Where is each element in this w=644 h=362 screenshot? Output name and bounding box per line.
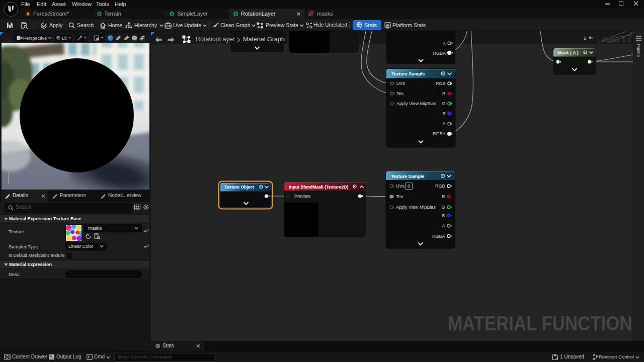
svg-text:B: B xyxy=(442,213,445,218)
svg-text:R: R xyxy=(442,194,445,199)
svg-text:Texture Object: Texture Object xyxy=(224,185,254,190)
svg-text:Input BlendMask (Texture2D): Input BlendMask (Texture2D) xyxy=(289,185,348,190)
svg-text:UVs: UVs xyxy=(396,184,405,189)
svg-text:Texture Sample: Texture Sample xyxy=(391,174,424,179)
svg-text:Texture Sample: Texture Sample xyxy=(391,71,425,76)
svg-text:RGBA: RGBA xyxy=(433,51,446,56)
svg-text:Apply View MipBias: Apply View MipBias xyxy=(396,205,436,210)
svg-text:UVs: UVs xyxy=(396,81,406,86)
svg-text:B: B xyxy=(442,111,445,116)
svg-text:Mask ( A ): Mask ( A ) xyxy=(557,50,579,55)
svg-text:G: G xyxy=(442,101,445,106)
svg-text:RGBA: RGBA xyxy=(432,234,445,239)
svg-text:Apply View MipBias: Apply View MipBias xyxy=(396,101,436,106)
svg-text:Tex: Tex xyxy=(396,194,404,199)
svg-text:Tex: Tex xyxy=(396,91,404,96)
svg-text:RGB: RGB xyxy=(435,184,445,189)
svg-text:A: A xyxy=(442,223,445,228)
svg-text:Preview: Preview xyxy=(294,194,311,199)
svg-text:RGBA: RGBA xyxy=(433,131,446,136)
svg-text:R: R xyxy=(442,91,446,96)
svg-text:B: B xyxy=(584,36,587,41)
svg-text:A: A xyxy=(442,121,445,126)
svg-text:RGB: RGB xyxy=(436,81,446,86)
svg-text:0: 0 xyxy=(408,184,410,189)
svg-text:G: G xyxy=(441,205,445,210)
svg-text:A: A xyxy=(443,41,446,46)
